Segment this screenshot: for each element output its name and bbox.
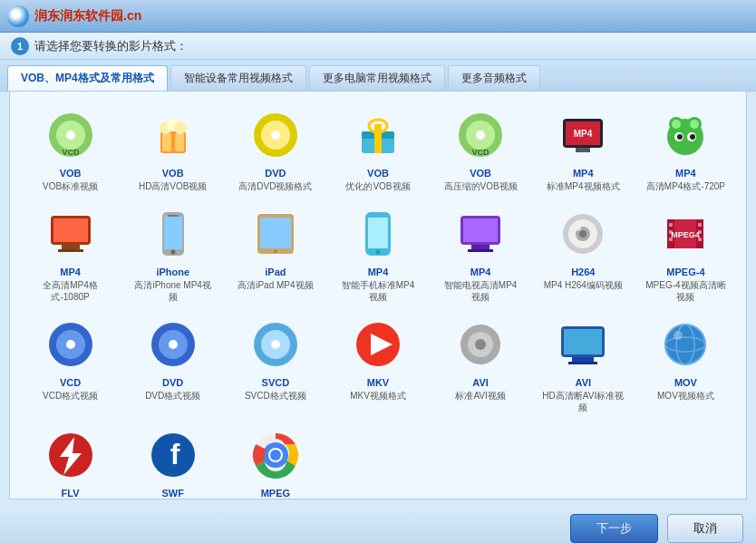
svg-point-55: [579, 230, 586, 238]
format-label-mpeg: MPEG: [261, 488, 290, 499]
format-item-avi-hd[interactable]: AVIHD高清断AVI标准视频: [534, 312, 633, 417]
svg-point-96: [270, 450, 281, 461]
svg-rect-41: [168, 215, 179, 217]
format-icon-dvd: [247, 106, 305, 164]
format-item-vob-opt[interactable]: VOB优化的VOB视频: [328, 102, 427, 196]
svg-point-89: [674, 331, 683, 340]
format-icon-mp4-hd720: [656, 106, 714, 164]
svg-rect-63: [698, 223, 702, 227]
format-label-mpeg4: MPEG-4: [666, 267, 704, 277]
tab-pc[interactable]: 更多电脑常用视频格式: [309, 65, 445, 91]
format-item-vcd[interactable]: VCDVCD格式视频: [21, 312, 120, 417]
format-desc-mp4-tv: 智能电视高清MP4视频: [440, 279, 521, 303]
svg-point-19: [476, 131, 485, 140]
format-icon-mp4-tv: [451, 205, 509, 263]
format-item-swf[interactable]: f SWFSWF视频格式: [123, 422, 222, 499]
svg-point-2: [66, 131, 75, 140]
format-icon-iphone: [144, 205, 202, 263]
format-label-mp4-hd720: MP4: [675, 168, 696, 179]
format-icon-svcd: [247, 315, 305, 373]
format-panel: VCD VOBVOB标准视频 VOBHD高清VOB视频 DVD高清DVD视频格式…: [9, 92, 747, 499]
svg-text:f: f: [170, 438, 179, 470]
step-number: 1: [11, 37, 29, 55]
format-desc-ipad: 高清iPad MP4视频: [237, 279, 313, 291]
format-icon-vcd: [42, 315, 100, 373]
format-label-mov: MOV: [674, 377, 697, 388]
tab-bar: VOB、MP4格式及常用格式 智能设备常用视频格式 更多电脑常用视频格式 更多音…: [0, 60, 756, 92]
format-icon-vob-hd: [144, 106, 202, 164]
tab-common[interactable]: VOB、MP4格式及常用格式: [7, 65, 168, 91]
svg-point-75: [271, 340, 280, 349]
cancel-button[interactable]: 取消: [667, 514, 743, 543]
format-item-dvd2[interactable]: DVDDVD格式视频: [123, 312, 222, 417]
format-icon-dvd2: [144, 315, 202, 373]
format-item-mp4-tv[interactable]: MP4智能电视高清MP4视频: [431, 201, 530, 306]
next-button[interactable]: 下一步: [570, 514, 658, 543]
app-logo: [7, 5, 29, 27]
format-label-swf: SWF: [161, 488, 183, 499]
format-label-mp4-std: MP4: [573, 168, 594, 179]
format-item-mpeg4[interactable]: MPEG4 MPEG-4MPEG-4视频高清晰视频: [636, 201, 735, 306]
format-item-mov[interactable]: MOVMOV视频格式: [636, 312, 735, 417]
format-grid: VCD VOBVOB标准视频 VOBHD高清VOB视频 DVD高清DVD视频格式…: [21, 102, 735, 499]
format-item-dvd[interactable]: DVD高清DVD视频格式: [226, 102, 325, 196]
format-desc-mp4-hd720: 高清MP4格式-720P: [646, 180, 725, 192]
format-item-avi-std[interactable]: AVI标准AVI视频: [431, 312, 530, 417]
format-icon-vob-opt: [349, 106, 407, 164]
svg-point-9: [174, 121, 187, 134]
format-label-vob-hc: VOB: [470, 168, 491, 179]
format-desc-avi-hd: HD高清断AVI标准视频: [542, 390, 624, 413]
format-item-svcd[interactable]: SVCDSVCD格式视频: [226, 312, 325, 417]
format-icon-swf: f: [144, 426, 202, 484]
svg-text:MPEG4: MPEG4: [672, 230, 701, 239]
format-desc-mp4-smart: 智能手机标准MP4视频: [337, 279, 419, 303]
format-label-mp4-tv: MP4: [470, 267, 491, 277]
svg-rect-5: [162, 133, 171, 151]
format-label-vob-opt: VOB: [367, 168, 389, 179]
svg-point-69: [66, 340, 75, 349]
svg-rect-43: [260, 218, 291, 248]
format-icon-mp4-smart: [349, 205, 407, 263]
format-icon-mkv: [349, 315, 407, 373]
format-desc-mp4-std: 标准MP4视频格式: [547, 180, 620, 192]
bottom-bar: 下一步 取消: [0, 509, 756, 543]
svg-point-28: [672, 120, 681, 129]
tab-smart[interactable]: 智能设备常用视频格式: [170, 65, 306, 91]
svg-rect-24: [576, 148, 590, 152]
format-item-ipad[interactable]: iPad高清iPad MP4视频: [226, 201, 325, 306]
format-icon-mpeg: [247, 426, 305, 484]
format-desc-vob-standard: VOB标准视频: [43, 180, 98, 192]
format-item-mp4-smart[interactable]: MP4智能手机标准MP4视频: [328, 201, 427, 306]
format-item-vob-standard[interactable]: VCD VOBVOB标准视频: [21, 102, 120, 196]
format-item-iphone[interactable]: iPhone高清iPhone MP4视频: [123, 201, 222, 306]
format-desc-h264: MP4 H264编码视频: [544, 279, 623, 291]
svg-rect-39: [164, 217, 182, 249]
format-icon-vob-hc: VCD: [451, 106, 509, 164]
svg-rect-6: [175, 133, 184, 151]
format-item-vob-hd[interactable]: VOBHD高清VOB视频: [123, 102, 222, 196]
svg-point-29: [690, 120, 699, 129]
format-label-vob-hd: VOB: [162, 168, 184, 179]
format-item-mp4-hd720[interactable]: MP4高清MP4格式-720P: [636, 102, 735, 196]
format-desc-vob-hc: 高压缩的VOB视频: [444, 180, 518, 192]
svg-point-80: [475, 339, 486, 350]
format-item-flv[interactable]: FLVFLV视频格式: [21, 422, 120, 499]
format-item-h264[interactable]: H264MP4 H264编码视频: [534, 201, 633, 306]
tab-audio[interactable]: 更多音频格式: [448, 65, 540, 91]
format-item-mkv[interactable]: MKVMKV视频格式: [328, 312, 427, 417]
svg-rect-60: [669, 223, 673, 227]
format-item-mpeg[interactable]: MPEGMPEG视频格式: [226, 422, 325, 499]
format-icon-vob-standard: VCD: [42, 106, 100, 164]
svg-text:VCD: VCD: [472, 148, 490, 157]
app-title: 润东润东软件园.cn: [34, 8, 141, 24]
svg-rect-50: [471, 245, 489, 249]
svg-point-40: [170, 250, 175, 255]
format-desc-iphone: 高清iPhone MP4视频: [132, 279, 214, 303]
svg-point-72: [169, 340, 178, 349]
format-item-mp4-1080[interactable]: MP4全高清MP4格式-1080P: [21, 201, 120, 306]
format-item-vob-hc[interactable]: VCD VOB高压缩的VOB视频: [431, 102, 530, 196]
svg-point-44: [274, 249, 277, 253]
format-item-mp4-std[interactable]: MP4 MP4标准MP4视频格式: [534, 102, 633, 196]
svg-rect-37: [58, 249, 83, 252]
format-label-iphone: iPhone: [156, 267, 189, 277]
